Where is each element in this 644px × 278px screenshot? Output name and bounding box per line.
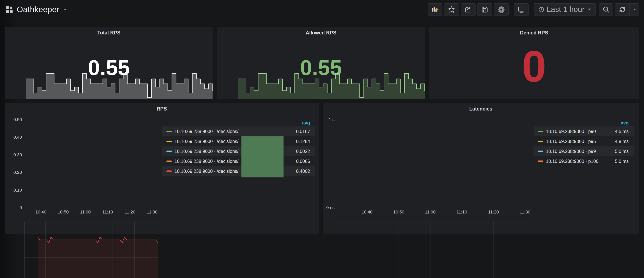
clock-icon	[538, 6, 544, 12]
save-button[interactable]	[477, 3, 492, 16]
toolbar: Last 1 hour	[428, 3, 639, 16]
series-color-swatch[interactable]	[166, 161, 172, 162]
gear-icon	[498, 6, 505, 13]
y-tick-label: 0	[5, 205, 22, 210]
legend-label[interactable]: 10.10.69.238:9000 - p100	[546, 159, 615, 164]
y-tick-label: 0.30	[5, 152, 22, 158]
series-color-swatch[interactable]	[538, 161, 543, 162]
legend-avg-header[interactable]: avg	[534, 120, 634, 125]
x-tick-label: 10:40	[32, 210, 50, 215]
share-icon	[464, 6, 472, 13]
y-tick-label: 0.10	[5, 188, 22, 193]
zoom-out-button[interactable]	[599, 3, 613, 16]
legend-avg-value: 4.5 ms	[615, 129, 634, 134]
panel-allowed-rps: Allowed RPS 0.55	[217, 26, 425, 99]
save-icon	[481, 6, 488, 13]
header-bar: Oathkeeper	[0, 0, 644, 19]
x-tick-label: 10:50	[390, 210, 408, 215]
series-color-swatch[interactable]	[538, 131, 543, 132]
legend-rows: 10.10.69.238:9000 - p904.5 ms10.10.69.23…	[534, 126, 634, 166]
monitor-icon	[518, 6, 525, 13]
add-panel-button[interactable]	[428, 3, 442, 16]
legend-label[interactable]: 10.10.69.238:9000 - p90	[546, 129, 615, 134]
cycle-view-button[interactable]	[514, 3, 528, 16]
add-panel-icon	[431, 5, 439, 13]
rps-legend: avg 10.10.69.238:9000 - /decisions/0.016…	[162, 120, 315, 176]
panel-title[interactable]: Total RPS	[5, 30, 213, 36]
panel-denied-rps: Denied RPS 0	[429, 26, 639, 99]
legend-row: 10.10.69.238:9000 - /decisions/0.0167	[162, 126, 315, 136]
x-tick-label: 10:40	[358, 210, 376, 215]
x-tick-label: 11:30	[516, 210, 534, 215]
panel-rps-graph: RPS 0.500.400.300.200.100 10:4010:5011:0…	[4, 103, 319, 234]
chevron-down-icon	[588, 8, 591, 10]
x-tick-label: 11:20	[484, 210, 502, 215]
legend-avg-value: 0.0167	[296, 129, 315, 134]
series-color-swatch[interactable]	[166, 131, 172, 132]
legend-row: 10.10.69.238:9000 - /decisions/0.1284	[162, 136, 315, 146]
x-tick-label: 11:00	[76, 210, 94, 215]
zoom-out-icon	[602, 6, 610, 13]
legend-row: 10.10.69.238:9000 - p995.0 ms	[534, 146, 634, 156]
refresh-split-button	[615, 3, 639, 16]
refresh-interval-dropdown[interactable]	[630, 3, 638, 15]
total-rps-sparkline	[26, 73, 212, 99]
legend-rows: 10.10.69.238:9000 - /decisions/0.016710.…	[162, 126, 315, 176]
x-tick-label: 11:00	[421, 210, 439, 215]
chevron-down-icon	[64, 9, 66, 10]
x-tick-label: 11:10	[453, 210, 471, 215]
star-icon	[448, 6, 456, 13]
dashboard-grid-icon	[5, 5, 13, 13]
y-tick-label: 0.40	[5, 135, 22, 140]
x-tick-label: 10:50	[54, 210, 72, 215]
series-color-swatch[interactable]	[538, 141, 543, 142]
dashboard-title-dropdown[interactable]: Oathkeeper	[5, 5, 66, 14]
legend-avg-value: 5.0 ms	[615, 159, 634, 164]
y-tick-label: 1 s	[322, 117, 334, 122]
y-tick-label: 0.50	[5, 117, 22, 122]
latencies-chart[interactable]	[337, 222, 526, 278]
legend-row: 10.10.69.238:9000 - /decisions/0.0022	[162, 146, 315, 156]
time-range-label: Last 1 hour	[547, 5, 584, 14]
time-range-picker[interactable]: Last 1 hour	[534, 3, 596, 16]
latencies-legend: avg 10.10.69.238:9000 - p904.5 ms10.10.6…	[534, 120, 634, 166]
legend-row: 10.10.69.238:9000 - p904.5 ms	[534, 126, 634, 136]
star-button[interactable]	[444, 3, 459, 16]
series-color-swatch[interactable]	[166, 141, 172, 142]
settings-button[interactable]	[494, 3, 508, 16]
green-overlay-artifact	[242, 136, 284, 177]
legend-avg-value: 0.4002	[296, 169, 315, 174]
legend-avg-value: 0.0066	[296, 159, 315, 164]
y-tick-label: 0 ns	[322, 205, 334, 210]
panel-total-rps: Total RPS 0.55	[4, 26, 213, 99]
legend-avg-value: 5.0 ms	[615, 149, 634, 154]
legend-row: 10.10.69.238:9000 - p1005.0 ms	[534, 156, 634, 166]
panel-title[interactable]: Allowed RPS	[217, 30, 425, 36]
panel-title[interactable]: RPS	[5, 106, 319, 112]
refresh-button[interactable]	[615, 3, 630, 15]
grafana-dashboard: Oathkeeper	[0, 0, 644, 278]
y-tick-label: 0.20	[5, 170, 22, 175]
series-color-swatch[interactable]	[166, 170, 172, 172]
chevron-down-icon	[633, 9, 636, 10]
allowed-rps-sparkline	[238, 73, 425, 99]
legend-label[interactable]: 10.10.69.238:9000 - /decisions/	[174, 129, 296, 134]
share-button[interactable]	[461, 3, 476, 16]
panel-title[interactable]: Latencies	[322, 106, 639, 112]
legend-row: 10.10.69.238:9000 - p954.8 ms	[534, 136, 634, 146]
legend-row: 10.10.69.238:9000 - /decisions/0.0066	[162, 156, 315, 166]
legend-label[interactable]: 10.10.69.238:9000 - p99	[546, 149, 615, 154]
panel-title[interactable]: Denied RPS	[429, 30, 639, 36]
legend-avg-header[interactable]: avg	[162, 120, 315, 125]
legend-avg-value: 4.8 ms	[615, 139, 634, 144]
series-color-swatch[interactable]	[166, 151, 172, 152]
series-color-swatch[interactable]	[538, 151, 543, 152]
x-tick-label: 11:10	[99, 210, 117, 215]
x-tick-label: 11:30	[143, 210, 161, 215]
legend-row: 10.10.69.238:9000 - /decisions/0.4002	[162, 166, 315, 176]
rps-chart[interactable]	[24, 222, 158, 278]
legend-avg-value: 0.1284	[296, 139, 315, 144]
panel-latencies-graph: Latencies 1 s0 ns 10:4010:5011:0011:1011…	[322, 103, 639, 234]
legend-label[interactable]: 10.10.69.238:9000 - p95	[546, 139, 615, 144]
dashboard-title: Oathkeeper	[17, 5, 60, 14]
